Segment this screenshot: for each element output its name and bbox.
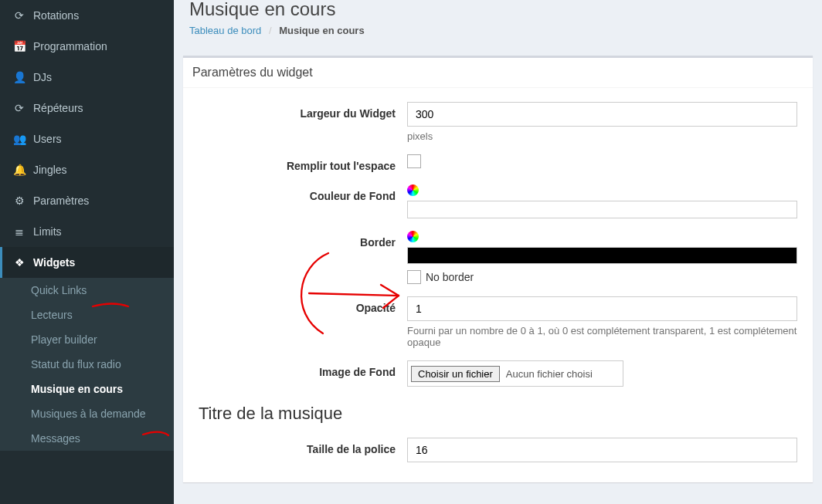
nav-label: Limits xyxy=(33,225,62,238)
nav-label: DJs xyxy=(33,71,52,83)
widgets-icon: ❖ xyxy=(12,256,27,269)
widget-settings-panel: Paramètres du widget Largeur du Widget p… xyxy=(183,56,813,482)
breadcrumb-root[interactable]: Tableau de bord xyxy=(189,25,261,36)
panel-title: Paramètres du widget xyxy=(183,58,813,88)
nav-rotations[interactable]: ⟳ Rotations xyxy=(0,0,174,31)
bell-icon: 🔔 xyxy=(12,164,27,176)
sub-messages[interactable]: Messages xyxy=(0,426,174,451)
nav-parametres[interactable]: ⚙ Paramètres xyxy=(0,185,174,216)
nav-label: Rotations xyxy=(33,9,79,22)
nav-programmation[interactable]: 📅 Programmation xyxy=(0,31,174,62)
label-font-size: Taille de la police xyxy=(199,438,407,455)
rotate-icon: ⟳ xyxy=(12,9,27,22)
label-no-border: No border xyxy=(426,271,474,283)
refresh-icon: ⟳ xyxy=(12,102,27,114)
user-icon: 👤 xyxy=(12,71,27,83)
sub-musiques-demande[interactable]: Musiques à la demande xyxy=(0,401,174,426)
label-width: Largeur du Widget xyxy=(199,102,407,120)
nav-repeteurs[interactable]: ⟳ Répéteurs xyxy=(0,93,174,123)
widgets-submenu: Quick Links Lecteurs Player builder Stat… xyxy=(0,278,174,451)
list-icon: ≣ xyxy=(12,225,27,238)
sub-statut-flux[interactable]: Statut du flux radio xyxy=(0,352,174,377)
input-width[interactable] xyxy=(407,102,797,127)
input-opacity[interactable] xyxy=(407,296,797,321)
input-border-color[interactable] xyxy=(407,247,797,264)
nav-label: Programmation xyxy=(33,40,107,52)
file-chosen-label: Aucun fichier choisi xyxy=(506,368,593,380)
file-button[interactable]: Choisir un fichier xyxy=(411,366,500,382)
label-bg-image: Image de Fond xyxy=(199,360,407,378)
main-content: Musique en cours Tableau de bord / Musiq… xyxy=(174,0,822,504)
nav-widgets[interactable]: ❖ Widgets xyxy=(0,247,174,278)
nav-jingles[interactable]: 🔔 Jingles xyxy=(0,154,174,185)
label-opacity: Opacité xyxy=(199,296,407,314)
nav-label: Widgets xyxy=(33,256,75,269)
label-bg-color: Couleur de Fond xyxy=(199,184,407,202)
checkbox-fill[interactable] xyxy=(407,154,421,168)
sliders-icon: ⚙ xyxy=(12,194,27,207)
nav-label: Répéteurs xyxy=(33,102,83,114)
file-input-wrapper: Choisir un fichier Aucun fichier choisi xyxy=(407,360,623,387)
breadcrumb-current: Musique en cours xyxy=(279,25,365,36)
sub-player-builder[interactable]: Player builder xyxy=(0,327,174,352)
sub-musique-en-cours[interactable]: Musique en cours xyxy=(0,377,174,401)
calendar-icon: 📅 xyxy=(12,40,27,52)
help-opacity: Fourni par un nombre de 0 à 1, où 0 est … xyxy=(407,325,797,348)
input-font-size[interactable] xyxy=(407,438,797,462)
nav-label: Paramètres xyxy=(33,194,89,207)
label-border: Border xyxy=(199,231,407,249)
section-title-music: Titre de la musique xyxy=(199,399,797,427)
nav-djs[interactable]: 👤 DJs xyxy=(0,62,174,93)
breadcrumb-sep: / xyxy=(269,25,272,36)
colorpicker-icon[interactable] xyxy=(407,231,419,242)
label-fill: Remplir tout l'espace xyxy=(199,154,407,172)
nav-users[interactable]: 👥 Users xyxy=(0,123,174,154)
sub-quick-links[interactable]: Quick Links xyxy=(0,278,174,303)
breadcrumb: Tableau de bord / Musique en cours xyxy=(189,25,807,36)
sub-lecteurs[interactable]: Lecteurs xyxy=(0,303,174,327)
help-width: pixels xyxy=(407,130,797,142)
nav-label: Users xyxy=(33,133,62,145)
users-icon: 👥 xyxy=(12,133,27,145)
colorpicker-icon[interactable] xyxy=(407,184,419,196)
page-title: Musique en cours xyxy=(189,0,807,20)
input-bg-color[interactable] xyxy=(407,201,797,218)
nav-limits[interactable]: ≣ Limits xyxy=(0,216,174,247)
nav-label: Jingles xyxy=(33,164,67,176)
checkbox-no-border[interactable] xyxy=(407,270,421,284)
sidebar: ⟳ Rotations 📅 Programmation 👤 DJs ⟳ Répé… xyxy=(0,0,174,504)
